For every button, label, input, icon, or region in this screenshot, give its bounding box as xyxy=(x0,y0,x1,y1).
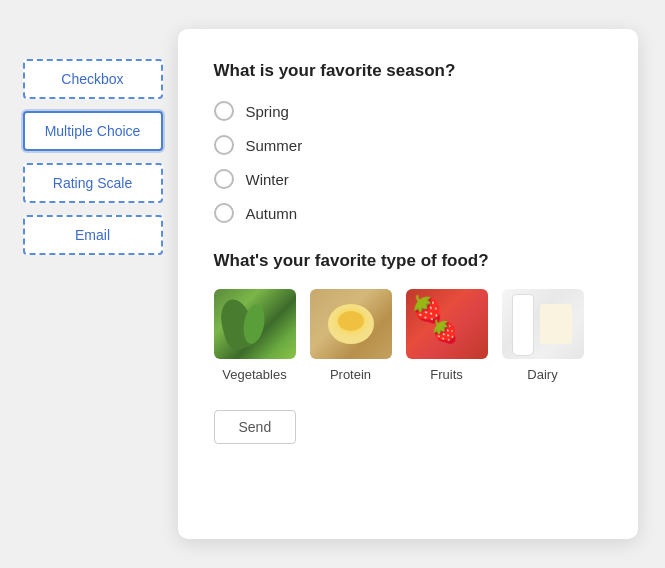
food-label-dairy: Dairy xyxy=(527,367,557,382)
food-image-vegetables xyxy=(214,289,296,359)
radio-circle-winter xyxy=(214,169,234,189)
radio-circle-summer xyxy=(214,135,234,155)
radio-item-summer[interactable]: Summer xyxy=(214,135,602,155)
question2-title: What's your favorite type of food? xyxy=(214,251,602,271)
food-label-vegetables: Vegetables xyxy=(222,367,286,382)
food-item-protein[interactable]: Protein xyxy=(310,289,392,382)
question1-title: What is your favorite season? xyxy=(214,61,602,81)
sidebar-item-email[interactable]: Email xyxy=(23,215,163,255)
radio-item-spring[interactable]: Spring xyxy=(214,101,602,121)
send-button[interactable]: Send xyxy=(214,410,297,444)
radio-label-summer: Summer xyxy=(246,137,303,154)
food-image-protein xyxy=(310,289,392,359)
sidebar-item-multiple-choice[interactable]: Multiple Choice xyxy=(23,111,163,151)
main-card: What is your favorite season? Spring Sum… xyxy=(178,29,638,539)
radio-circle-spring xyxy=(214,101,234,121)
sidebar-item-rating-scale[interactable]: Rating Scale xyxy=(23,163,163,203)
sidebar-item-checkbox-label: Checkbox xyxy=(61,71,123,87)
sidebar-item-checkbox[interactable]: Checkbox xyxy=(23,59,163,99)
sidebar-item-multiple-choice-label: Multiple Choice xyxy=(45,123,141,139)
sidebar-item-email-label: Email xyxy=(75,227,110,243)
food-image-dairy xyxy=(502,289,584,359)
radio-item-autumn[interactable]: Autumn xyxy=(214,203,602,223)
food-item-fruits[interactable]: Fruits xyxy=(406,289,488,382)
food-item-dairy[interactable]: Dairy xyxy=(502,289,584,382)
food-grid: Vegetables Protein Fruits Dairy xyxy=(214,289,602,382)
radio-label-spring: Spring xyxy=(246,103,289,120)
food-label-fruits: Fruits xyxy=(430,367,463,382)
food-image-fruits xyxy=(406,289,488,359)
sidebar: Checkbox Multiple Choice Rating Scale Em… xyxy=(23,59,163,255)
app-container: Checkbox Multiple Choice Rating Scale Em… xyxy=(23,19,643,549)
food-item-vegetables[interactable]: Vegetables xyxy=(214,289,296,382)
food-label-protein: Protein xyxy=(330,367,371,382)
radio-label-autumn: Autumn xyxy=(246,205,298,222)
season-radio-group: Spring Summer Winter Autumn xyxy=(214,101,602,223)
radio-label-winter: Winter xyxy=(246,171,289,188)
radio-circle-autumn xyxy=(214,203,234,223)
radio-item-winter[interactable]: Winter xyxy=(214,169,602,189)
sidebar-item-rating-scale-label: Rating Scale xyxy=(53,175,132,191)
